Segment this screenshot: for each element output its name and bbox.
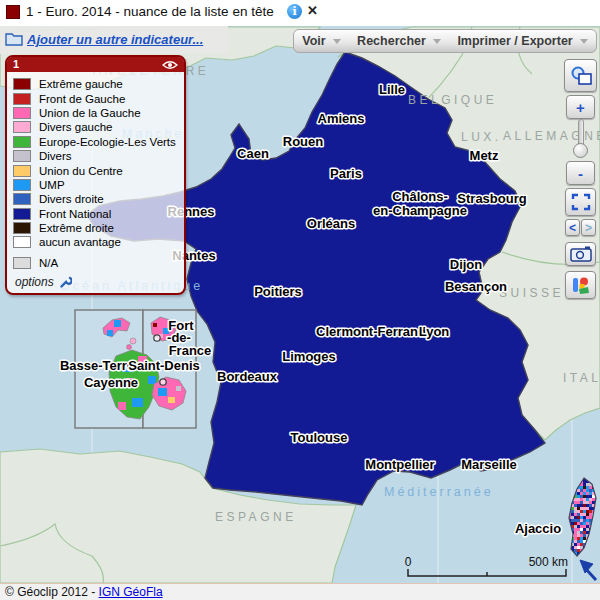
country-label: ALLEMAGNE [503,129,600,143]
camera-icon [570,246,592,262]
legend-row: UMP [13,178,184,192]
city-marker [160,379,166,385]
legend-row: Front de Gauche [13,91,184,105]
city-label: Châlons- [392,189,448,204]
next-view-button[interactable]: > [581,219,596,236]
add-indicator-panel: Ajouter un autre indicateur... [0,26,228,54]
legend-item-label: aucun avantage [39,236,121,248]
info-icon[interactable]: i [287,4,302,19]
zoom-to-rectangle-button[interactable] [564,59,597,92]
chevron-down-icon [580,39,588,44]
city-label: Rouen [283,134,324,149]
legend-row: Divers gauche [13,120,184,134]
country-label: BELGIQUE [408,93,497,107]
legend-item-label: Union de la Gauche [39,107,141,119]
country-label: SUISSE [499,286,564,300]
chevron-down-icon [333,39,341,44]
country-label: ESPAGNE [215,510,297,524]
menu-item-label: Rechercher [357,34,426,48]
legend-item-label: Divers gauche [39,121,113,133]
footer-bar: © Géoclip 2012 - IGN GéoFla [0,583,600,600]
legend-color-swatch [13,222,31,234]
city-label: Paris [330,166,362,181]
legend-row: Front National [13,207,184,221]
city-label: Lyon [419,324,450,339]
add-indicator-link[interactable]: Ajouter un autre indicateur... [27,32,203,47]
menu-item-2[interactable]: Imprimer / Exporter [451,30,593,52]
city-label: Metz [470,148,499,163]
zoom-out-button[interactable]: - [566,161,595,185]
indicator-color-swatch [6,5,20,19]
menu-item-label: Voir [302,34,325,48]
zoom-slider-handle[interactable] [573,143,588,158]
city-label: Dijon [450,257,483,272]
city-label: Lille [379,82,405,97]
legend-item-label: UMP [39,179,65,191]
previous-view-button[interactable]: < [565,219,580,236]
city-label: Poitiers [254,284,302,299]
city-label: Orléans [307,216,355,231]
ign-geofla-link[interactable]: IGN GéoFla [99,585,163,599]
city-label: en-Champagne [373,203,467,218]
title-bar: 1 - Euro. 2014 - nuance de la liste en t… [0,0,600,26]
legend-color-swatch [13,208,31,220]
legend-color-swatch [13,93,31,105]
legend-row: Divers droite [13,192,184,206]
country-label: ITALIE [563,371,600,385]
legend-item-label: N/A [39,257,58,269]
copyright-text: © Géoclip 2012 - [5,585,99,599]
city-label: Bordeaux [217,369,278,384]
geoclip-app: ANGLETERREBELGIQUELUX.ALLEMAGNESUISSEITA… [0,0,600,600]
city-label: Besançon [445,279,507,294]
legend-item-label: Divers droite [39,193,104,205]
close-icon[interactable]: ✕ [307,3,318,18]
google-export-button[interactable] [565,271,596,299]
full-extent-icon [571,193,591,211]
legend-row: Extrême gauche [13,77,184,91]
inset-city-label: France [169,343,212,358]
menu-item-0[interactable]: Voir [296,30,346,52]
legend-item-label: Europe-Ecologie-Les Verts [39,136,176,148]
scale-end-label: 500 km [529,555,568,569]
menu-item-1[interactable]: Rechercher [351,30,447,52]
city-label: Toulouse [291,430,348,445]
sea-label: Méditerranée [384,485,494,499]
legend-panel: 1 Extrême gaucheFront de GaucheUnion de … [5,55,186,295]
legend-row: Union du Centre [13,163,184,177]
city-label: Limoges [282,349,335,364]
zoom-in-button[interactable]: + [566,95,595,119]
city-marker [154,335,160,341]
legend-item-label: Extrême droite [39,222,114,234]
full-extent-button[interactable] [565,188,596,216]
city-label: Marseille [461,457,517,472]
inset-city-label: Cayenne [84,375,138,390]
city-label: Clermont-Ferrand [316,324,426,339]
legend-row: aucun avantage [13,235,184,249]
legend-item-label: Union du Centre [39,165,123,177]
legend-color-swatch [13,107,31,119]
legend-item-label: Front National [39,208,111,220]
legend-color-swatch [13,165,31,177]
inset-city-label: Basse-Terre [60,358,134,373]
menu-item-label: Imprimer / Exporter [457,34,572,48]
page-title: 1 - Euro. 2014 - nuance de la liste en t… [26,4,274,19]
legend-options-link[interactable]: options [7,270,184,293]
legend-row: Union de la Gauche [13,106,184,120]
legend-item-label: Extrême gauche [39,78,123,90]
legend-color-swatch [13,236,31,248]
google-icon [571,275,591,295]
city-label: Caen [237,146,269,161]
folder-icon [5,32,23,47]
overseas-insets[interactable]: Fort-de-FranceBasse-TerreSaint-DenisCaye… [60,310,211,428]
legend-row: Europe-Ecologie-Les Verts [13,135,184,149]
menu-bar: VoirRechercherImprimer / Exporter [293,29,597,53]
legend-items: Extrême gaucheFront de GaucheUnion de la… [7,72,184,270]
city-label: Strasbourg [457,191,526,206]
legend-row: Divers [13,149,184,163]
legend-color-swatch [13,136,31,148]
eye-icon[interactable] [162,60,178,70]
chevron-down-icon [433,39,441,44]
snapshot-button[interactable] [565,242,596,266]
options-label: options [15,275,54,289]
legend-header: 1 [7,57,184,72]
